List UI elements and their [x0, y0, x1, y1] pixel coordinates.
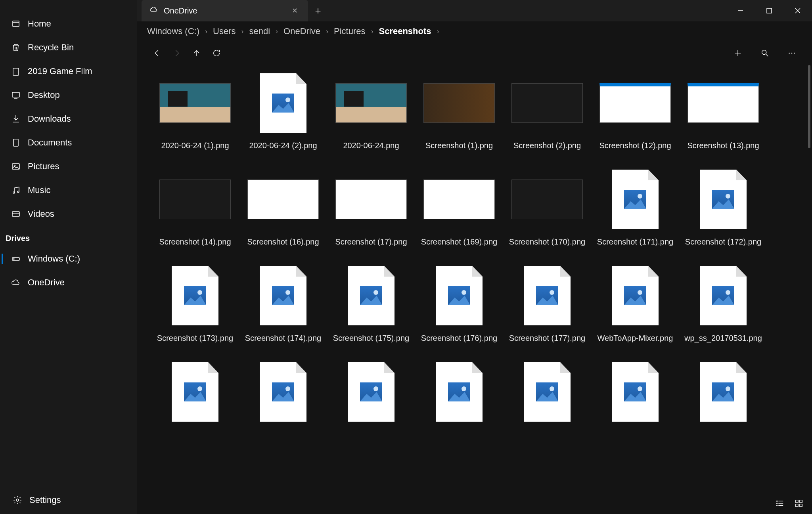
settings-button[interactable]: Settings — [0, 486, 137, 514]
folder-icon — [10, 67, 22, 76]
breadcrumb-segment[interactable]: Pictures — [334, 26, 365, 36]
new-tab-button[interactable]: + — [308, 5, 328, 17]
add-button[interactable] — [728, 45, 748, 61]
svg-rect-0 — [13, 21, 19, 27]
file-item[interactable] — [239, 358, 327, 433]
refresh-button[interactable] — [207, 45, 226, 61]
chevron-right-icon: › — [276, 27, 278, 36]
close-tab-button[interactable]: ✕ — [289, 4, 300, 17]
svg-point-30 — [777, 503, 778, 504]
breadcrumb-segment[interactable]: Windows (C:) — [147, 26, 199, 36]
file-item[interactable]: Screenshot (170).png — [503, 165, 591, 250]
sidebar-drive-windows-c-[interactable]: Windows (C:) — [0, 247, 137, 271]
file-item[interactable] — [151, 358, 239, 433]
sidebar-item-desktop[interactable]: Desktop — [0, 83, 137, 107]
file-item[interactable]: Screenshot (17).png — [327, 165, 415, 250]
trash-icon — [10, 43, 22, 52]
breadcrumb-segment[interactable]: Users — [213, 26, 236, 36]
window-controls — [726, 0, 812, 21]
sidebar-item-recycle-bin[interactable]: Recycle Bin — [0, 36, 137, 59]
file-name: Screenshot (176).png — [421, 334, 497, 343]
image-file-icon — [348, 362, 395, 422]
breadcrumb-segment[interactable]: OneDrive — [283, 26, 320, 36]
file-item[interactable]: WebToApp-Mixer.png — [591, 262, 679, 346]
music-icon — [10, 185, 22, 195]
file-item[interactable]: Screenshot (16).png — [239, 165, 327, 250]
svg-point-13 — [13, 259, 14, 260]
sidebar-item-music[interactable]: Music — [0, 178, 137, 202]
image-file-icon — [612, 362, 659, 422]
svg-point-25 — [794, 53, 795, 54]
sidebar-item-label: Pictures — [28, 161, 59, 172]
settings-label: Settings — [29, 495, 61, 505]
tab-bar: OneDrive ✕ + — [137, 0, 812, 21]
svg-line-22 — [766, 54, 768, 57]
file-item[interactable]: Screenshot (14).png — [151, 165, 239, 250]
file-name: wp_ss_20170531.png — [684, 334, 762, 343]
home-icon — [10, 19, 22, 29]
tiles-view-button[interactable] — [795, 499, 803, 510]
image-file-icon — [700, 362, 747, 422]
file-item[interactable] — [591, 358, 679, 433]
file-item[interactable] — [327, 358, 415, 433]
file-item[interactable]: Screenshot (171).png — [591, 165, 679, 250]
sidebar-item-2019-game-film[interactable]: 2019 Game Film — [0, 59, 137, 83]
file-item[interactable]: Screenshot (13).png — [679, 69, 767, 153]
file-item[interactable]: Screenshot (1).png — [415, 69, 503, 153]
sidebar-item-label: Music — [28, 185, 50, 195]
svg-point-24 — [791, 53, 793, 54]
document-icon — [10, 138, 22, 147]
file-item[interactable]: Screenshot (173).png — [151, 262, 239, 346]
search-button[interactable] — [755, 45, 775, 61]
thumbnail — [159, 83, 231, 123]
close-window-button[interactable] — [783, 0, 812, 21]
details-view-button[interactable] — [776, 499, 784, 510]
svg-rect-10 — [12, 212, 19, 216]
scrollbar[interactable] — [808, 65, 810, 148]
file-item[interactable]: Screenshot (172).png — [679, 165, 767, 250]
up-button[interactable] — [187, 45, 207, 61]
sidebar-item-videos[interactable]: Videos — [0, 202, 137, 226]
file-item[interactable]: 2020-06-24 (2).png — [239, 69, 327, 153]
sidebar-item-documents[interactable]: Documents — [0, 131, 137, 155]
status-bar — [137, 494, 812, 514]
file-item[interactable]: wp_ss_20170531.png — [679, 262, 767, 346]
image-file-icon — [260, 266, 306, 325]
svg-point-14 — [16, 499, 19, 501]
chevron-right-icon: › — [326, 27, 328, 36]
breadcrumb-segment[interactable]: Screenshots — [379, 26, 431, 36]
file-item[interactable]: Screenshot (169).png — [415, 165, 503, 250]
more-button[interactable] — [782, 45, 802, 61]
file-grid-container[interactable]: 2020-06-24 (1).png2020-06-24 (2).png2020… — [137, 65, 812, 494]
back-button[interactable] — [147, 45, 167, 61]
sidebar-item-downloads[interactable]: Downloads — [0, 107, 137, 131]
file-name: 2020-06-24 (1).png — [161, 141, 229, 150]
file-item[interactable]: Screenshot (2).png — [503, 69, 591, 153]
tab-onedrive[interactable]: OneDrive ✕ — [142, 0, 308, 21]
file-item[interactable]: Screenshot (176).png — [415, 262, 503, 346]
file-item[interactable] — [415, 358, 503, 433]
file-item[interactable]: Screenshot (174).png — [239, 262, 327, 346]
file-item[interactable]: Screenshot (175).png — [327, 262, 415, 346]
breadcrumb-segment[interactable]: sendi — [249, 26, 270, 36]
video-icon — [10, 209, 22, 219]
file-item[interactable]: 2020-06-24.png — [327, 69, 415, 153]
image-file-icon — [524, 362, 571, 422]
svg-rect-35 — [800, 504, 802, 506]
image-file-icon — [612, 266, 659, 325]
image-file-icon — [260, 73, 306, 133]
image-file-icon — [700, 170, 747, 229]
maximize-button[interactable] — [755, 0, 783, 21]
forward-button[interactable] — [167, 45, 187, 61]
thumbnail — [335, 180, 407, 219]
sidebar-item-home[interactable]: Home — [0, 12, 137, 36]
sidebar-item-pictures[interactable]: Pictures — [0, 155, 137, 178]
minimize-button[interactable] — [726, 0, 755, 21]
file-item[interactable]: 2020-06-24 (1).png — [151, 69, 239, 153]
file-item[interactable] — [679, 358, 767, 433]
file-item[interactable]: Screenshot (12).png — [591, 69, 679, 153]
sidebar-drive-onedrive[interactable]: OneDrive — [0, 271, 137, 294]
svg-point-29 — [777, 501, 778, 501]
file-item[interactable]: Screenshot (177).png — [503, 262, 591, 346]
file-item[interactable] — [503, 358, 591, 433]
